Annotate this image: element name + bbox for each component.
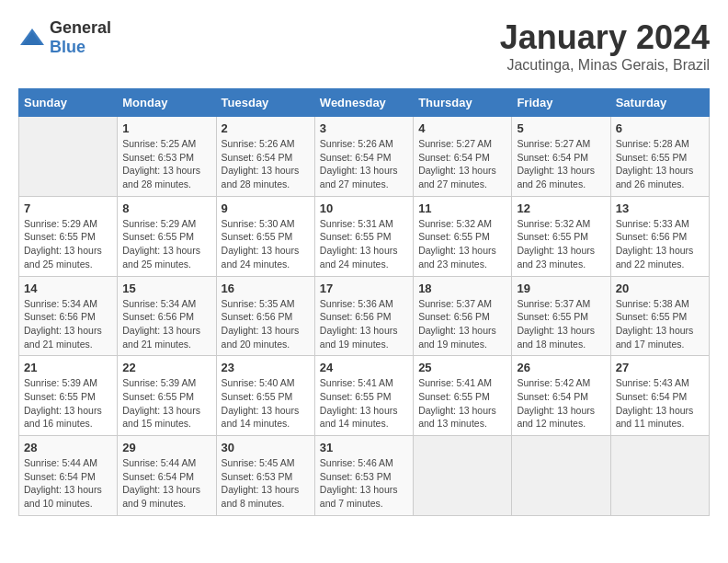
location-title: Jacutinga, Minas Gerais, Brazil [500,57,710,74]
calendar-cell [19,117,118,197]
calendar-cell: 14Sunrise: 5:34 AM Sunset: 6:56 PM Dayli… [19,276,118,356]
calendar-cell: 6Sunrise: 5:28 AM Sunset: 6:55 PM Daylig… [610,117,709,197]
calendar-cell: 29Sunrise: 5:44 AM Sunset: 6:54 PM Dayli… [118,436,216,516]
weekday-header-thursday: Thursday [414,89,512,117]
day-number: 31 [320,441,408,454]
weekday-header-wednesday: Wednesday [314,89,413,117]
day-number: 24 [320,361,408,374]
title-section: January 2024 Jacutinga, Minas Gerais, Br… [500,18,710,74]
day-number: 16 [222,282,310,295]
logo-icon [18,27,46,49]
day-number: 17 [320,282,408,295]
calendar-cell: 10Sunrise: 5:31 AM Sunset: 6:55 PM Dayli… [314,196,413,276]
calendar-cell: 5Sunrise: 5:27 AM Sunset: 6:54 PM Daylig… [512,117,610,197]
calendar-table: SundayMondayTuesdayWednesdayThursdayFrid… [18,88,710,516]
calendar-cell: 7Sunrise: 5:29 AM Sunset: 6:55 PM Daylig… [19,196,118,276]
day-number: 30 [222,441,310,454]
day-number: 3 [320,121,408,135]
day-info: Sunrise: 5:46 AM Sunset: 6:53 PM Dayligh… [320,456,408,511]
day-number: 11 [418,201,506,215]
day-info: Sunrise: 5:45 AM Sunset: 6:53 PM Dayligh… [222,456,310,511]
day-info: Sunrise: 5:39 AM Sunset: 6:55 PM Dayligh… [24,376,112,431]
weekday-header-friday: Friday [512,89,610,117]
calendar-cell: 19Sunrise: 5:37 AM Sunset: 6:55 PM Dayli… [512,276,610,356]
day-number: 28 [24,441,112,454]
weekday-header-row: SundayMondayTuesdayWednesdayThursdayFrid… [19,89,710,117]
calendar-cell: 15Sunrise: 5:34 AM Sunset: 6:56 PM Dayli… [118,276,216,356]
day-info: Sunrise: 5:39 AM Sunset: 6:55 PM Dayligh… [122,376,210,431]
day-info: Sunrise: 5:44 AM Sunset: 6:54 PM Dayligh… [122,456,210,511]
day-info: Sunrise: 5:43 AM Sunset: 6:54 PM Dayligh… [616,376,704,431]
day-number: 15 [122,282,210,295]
day-number: 26 [517,361,605,374]
day-info: Sunrise: 5:40 AM Sunset: 6:55 PM Dayligh… [222,376,310,431]
calendar-cell: 13Sunrise: 5:33 AM Sunset: 6:56 PM Dayli… [610,196,709,276]
day-info: Sunrise: 5:37 AM Sunset: 6:55 PM Dayligh… [517,297,605,351]
calendar-cell: 2Sunrise: 5:26 AM Sunset: 6:54 PM Daylig… [216,117,314,197]
weekday-header-sunday: Sunday [19,89,118,117]
day-info: Sunrise: 5:33 AM Sunset: 6:56 PM Dayligh… [616,217,704,271]
day-info: Sunrise: 5:42 AM Sunset: 6:54 PM Dayligh… [517,376,605,431]
day-info: Sunrise: 5:27 AM Sunset: 6:54 PM Dayligh… [517,137,605,191]
day-number: 12 [517,201,605,215]
calendar-cell: 21Sunrise: 5:39 AM Sunset: 6:55 PM Dayli… [19,356,118,436]
week-row-5: 28Sunrise: 5:44 AM Sunset: 6:54 PM Dayli… [19,436,710,516]
calendar-cell: 24Sunrise: 5:41 AM Sunset: 6:55 PM Dayli… [314,356,413,436]
week-row-3: 14Sunrise: 5:34 AM Sunset: 6:56 PM Dayli… [19,276,710,356]
day-number: 5 [517,121,605,135]
day-info: Sunrise: 5:27 AM Sunset: 6:54 PM Dayligh… [418,137,506,191]
calendar-cell: 4Sunrise: 5:27 AM Sunset: 6:54 PM Daylig… [414,117,512,197]
day-number: 18 [418,282,506,295]
calendar-cell: 18Sunrise: 5:37 AM Sunset: 6:56 PM Dayli… [414,276,512,356]
day-info: Sunrise: 5:34 AM Sunset: 6:56 PM Dayligh… [24,297,112,351]
day-number: 2 [222,121,310,135]
day-number: 29 [122,441,210,454]
calendar-cell: 16Sunrise: 5:35 AM Sunset: 6:56 PM Dayli… [216,276,314,356]
page-header: General Blue January 2024 Jacutinga, Min… [18,18,710,74]
day-info: Sunrise: 5:37 AM Sunset: 6:56 PM Dayligh… [418,297,506,351]
calendar-cell [610,436,709,516]
day-info: Sunrise: 5:29 AM Sunset: 6:55 PM Dayligh… [122,217,210,271]
day-number: 4 [418,121,506,135]
day-number: 19 [517,282,605,295]
day-number: 25 [418,361,506,374]
calendar-cell: 28Sunrise: 5:44 AM Sunset: 6:54 PM Dayli… [19,436,118,516]
day-info: Sunrise: 5:35 AM Sunset: 6:56 PM Dayligh… [222,297,310,351]
weekday-header-monday: Monday [118,89,216,117]
calendar-cell: 11Sunrise: 5:32 AM Sunset: 6:55 PM Dayli… [414,196,512,276]
logo: General Blue [18,18,111,57]
calendar-cell: 25Sunrise: 5:41 AM Sunset: 6:55 PM Dayli… [414,356,512,436]
logo-general: General [50,18,111,37]
day-info: Sunrise: 5:30 AM Sunset: 6:55 PM Dayligh… [222,217,310,271]
day-number: 21 [24,361,112,374]
day-info: Sunrise: 5:36 AM Sunset: 6:56 PM Dayligh… [320,297,408,351]
day-info: Sunrise: 5:41 AM Sunset: 6:55 PM Dayligh… [320,376,408,431]
logo-blue: Blue [50,38,85,56]
day-number: 13 [616,201,704,215]
day-info: Sunrise: 5:29 AM Sunset: 6:55 PM Dayligh… [24,217,112,271]
month-title: January 2024 [500,18,710,57]
day-info: Sunrise: 5:31 AM Sunset: 6:55 PM Dayligh… [320,217,408,271]
weekday-header-saturday: Saturday [610,89,709,117]
day-number: 10 [320,201,408,215]
day-info: Sunrise: 5:25 AM Sunset: 6:53 PM Dayligh… [122,137,210,191]
calendar-cell [414,436,512,516]
calendar-cell: 3Sunrise: 5:26 AM Sunset: 6:54 PM Daylig… [314,117,413,197]
calendar-cell: 27Sunrise: 5:43 AM Sunset: 6:54 PM Dayli… [610,356,709,436]
calendar-cell: 20Sunrise: 5:38 AM Sunset: 6:55 PM Dayli… [610,276,709,356]
day-number: 22 [122,361,210,374]
day-info: Sunrise: 5:44 AM Sunset: 6:54 PM Dayligh… [24,456,112,511]
day-number: 23 [222,361,310,374]
day-number: 9 [222,201,310,215]
day-info: Sunrise: 5:32 AM Sunset: 6:55 PM Dayligh… [418,217,506,271]
calendar-cell: 22Sunrise: 5:39 AM Sunset: 6:55 PM Dayli… [118,356,216,436]
calendar-cell: 23Sunrise: 5:40 AM Sunset: 6:55 PM Dayli… [216,356,314,436]
calendar-cell: 12Sunrise: 5:32 AM Sunset: 6:55 PM Dayli… [512,196,610,276]
calendar-cell: 17Sunrise: 5:36 AM Sunset: 6:56 PM Dayli… [314,276,413,356]
calendar-cell [512,436,610,516]
day-number: 8 [122,201,210,215]
day-info: Sunrise: 5:32 AM Sunset: 6:55 PM Dayligh… [517,217,605,271]
calendar-cell: 31Sunrise: 5:46 AM Sunset: 6:53 PM Dayli… [314,436,413,516]
day-number: 1 [122,121,210,135]
day-info: Sunrise: 5:34 AM Sunset: 6:56 PM Dayligh… [122,297,210,351]
